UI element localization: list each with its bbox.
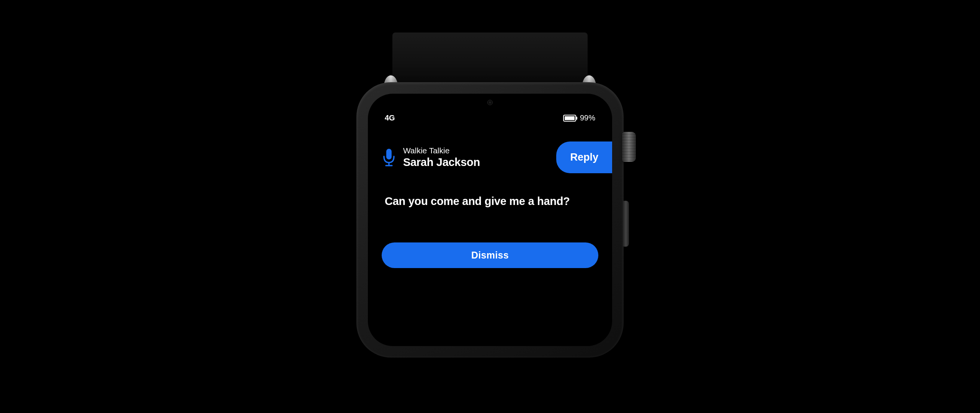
message-body: Can you come and give me a hand? [382,194,598,209]
notification-header: Walkie Talkie Sarah Jackson Reply [382,141,598,173]
battery-status: 99% [563,114,595,122]
status-bar: 4G 99% [382,110,598,134]
network-status: 4G [385,114,395,122]
app-name-label: Walkie Talkie [403,146,480,155]
watch-band [392,33,588,86]
camera-notch [487,100,493,105]
sender-name-label: Sarah Jackson [403,156,480,169]
watch-body: 4G 99% Wal [356,82,624,358]
battery-icon [563,115,576,122]
watch-screen: 4G 99% Wal [368,94,612,346]
watch-side-button[interactable] [623,201,629,247]
notification-info: Walkie Talkie Sarah Jackson [382,146,550,169]
watch-device: 4G 99% Wal [356,33,624,358]
watch-crown[interactable] [622,132,636,162]
battery-percentage: 99% [580,114,595,122]
microphone-icon [382,148,396,167]
dismiss-button[interactable]: Dismiss [382,242,598,268]
svg-rect-0 [386,149,392,159]
reply-button[interactable]: Reply [556,141,612,173]
